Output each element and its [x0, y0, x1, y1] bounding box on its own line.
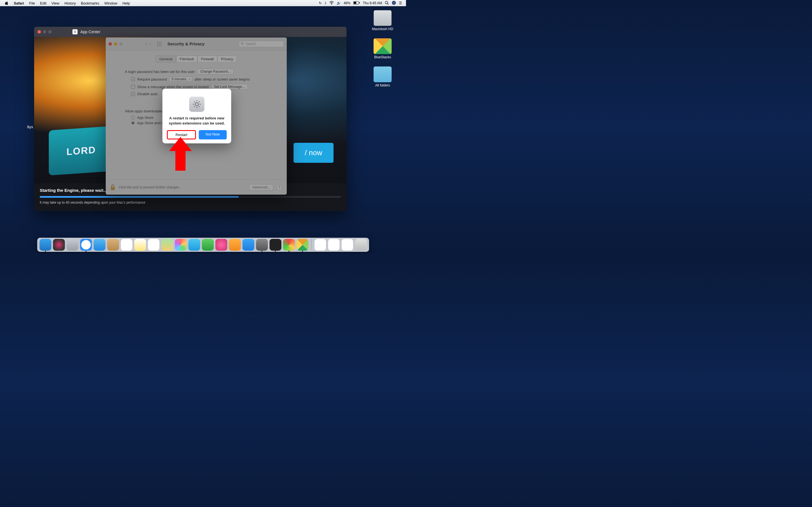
- zoom-button[interactable]: [48, 30, 52, 34]
- dock-facetime[interactable]: [202, 239, 214, 251]
- play-button[interactable]: / now: [294, 143, 334, 163]
- dock-itunes[interactable]: [215, 239, 227, 251]
- spotlight-icon[interactable]: [385, 1, 389, 6]
- menu-bookmarks[interactable]: Bookmarks: [79, 1, 102, 5]
- dock-siri[interactable]: [53, 239, 65, 251]
- dock-calendar[interactable]: [121, 239, 133, 251]
- svg-point-20: [195, 103, 198, 106]
- dock-safari[interactable]: [80, 239, 92, 251]
- notification-center-icon[interactable]: ☰: [399, 1, 402, 5]
- dock-appstore[interactable]: [243, 239, 254, 251]
- dock-notes[interactable]: [134, 239, 146, 251]
- hard-drive-icon: [373, 10, 392, 26]
- svg-point-6: [392, 1, 396, 5]
- desktop-bluestacks[interactable]: BlueStacks: [367, 38, 398, 59]
- traffic-lights: [38, 30, 52, 34]
- annotation-arrow: [169, 137, 192, 171]
- clock[interactable]: Thu 8:45 AM: [363, 1, 382, 5]
- dock-finder[interactable]: [40, 239, 51, 251]
- desktop-all-folders[interactable]: All folders: [367, 66, 398, 87]
- dock-maps[interactable]: [161, 239, 173, 251]
- dock-mail[interactable]: [94, 239, 105, 251]
- dock-recent-3[interactable]: [342, 239, 353, 251]
- bluestacks-icon: [373, 38, 392, 54]
- menu-help[interactable]: Help: [120, 1, 133, 5]
- svg-rect-2: [359, 2, 360, 3]
- apple-menu[interactable]: [2, 1, 11, 6]
- dock-ibooks[interactable]: [229, 239, 241, 251]
- dock: [0, 238, 406, 252]
- minimize-button[interactable]: [43, 30, 46, 34]
- menu-view[interactable]: View: [49, 1, 62, 5]
- dialog-message: A restart is required before new system …: [167, 116, 227, 126]
- menu-window[interactable]: Window: [102, 1, 120, 5]
- volume-icon[interactable]: 🔊: [337, 1, 341, 5]
- app-menu[interactable]: Safari: [11, 1, 27, 5]
- svg-point-4: [386, 1, 388, 4]
- app-center-titlebar[interactable]: ⬇ App Center: [34, 27, 347, 37]
- progress-bar: [40, 196, 341, 198]
- restart-dialog: A restart is required before new system …: [162, 89, 231, 144]
- dock-trash[interactable]: [355, 239, 367, 251]
- desktop-label: Macintosh HD: [367, 27, 398, 31]
- dock-recent-1[interactable]: [314, 239, 326, 251]
- battery-pct[interactable]: 48%: [344, 1, 350, 5]
- battery-icon[interactable]: [353, 1, 360, 5]
- window-title: App Center: [80, 30, 100, 34]
- wifi-icon[interactable]: [329, 1, 334, 5]
- time-machine-icon[interactable]: ↻: [319, 1, 322, 5]
- menu-edit[interactable]: Edit: [38, 1, 49, 5]
- dock-reminders[interactable]: [148, 239, 160, 251]
- desktop-label: BlueStacks: [367, 55, 398, 59]
- dock-system-preferences[interactable]: [256, 239, 268, 251]
- dock-chrome[interactable]: [283, 239, 295, 251]
- menu-file[interactable]: File: [27, 1, 38, 5]
- siri-icon[interactable]: [392, 1, 396, 6]
- bluetooth-icon[interactable]: ᛒ: [324, 1, 326, 5]
- close-button[interactable]: [38, 30, 41, 34]
- game-logo: LORD: [49, 126, 114, 175]
- dock-launchpad[interactable]: [66, 239, 79, 251]
- dock-messages[interactable]: [188, 239, 200, 251]
- dock-separator: [311, 239, 312, 250]
- desktop-label: All folders: [367, 83, 398, 87]
- svg-rect-3: [354, 2, 356, 4]
- desktop-macintosh-hd[interactable]: Macintosh HD: [367, 10, 398, 31]
- status-hint: It may take up to 40 seconds depending u…: [40, 201, 341, 205]
- menu-bar: Safari File Edit View History Bookmarks …: [0, 0, 406, 6]
- app-center-icon: ⬇: [72, 29, 78, 34]
- desktop-icons: Macintosh HD BlueStacks All folders: [367, 10, 398, 87]
- menu-history[interactable]: History: [62, 1, 78, 5]
- dock-recent-2[interactable]: [328, 239, 340, 251]
- folder-icon: [373, 66, 392, 82]
- svg-line-5: [388, 3, 389, 4]
- dock-photos[interactable]: [175, 239, 187, 251]
- dock-contacts[interactable]: [107, 239, 119, 251]
- svg-point-0: [331, 4, 332, 4]
- dock-terminal[interactable]: [269, 239, 282, 251]
- system-preferences-icon: [189, 97, 204, 112]
- dock-bluestacks[interactable]: [297, 239, 308, 251]
- not-now-button[interactable]: Not Now: [199, 130, 227, 139]
